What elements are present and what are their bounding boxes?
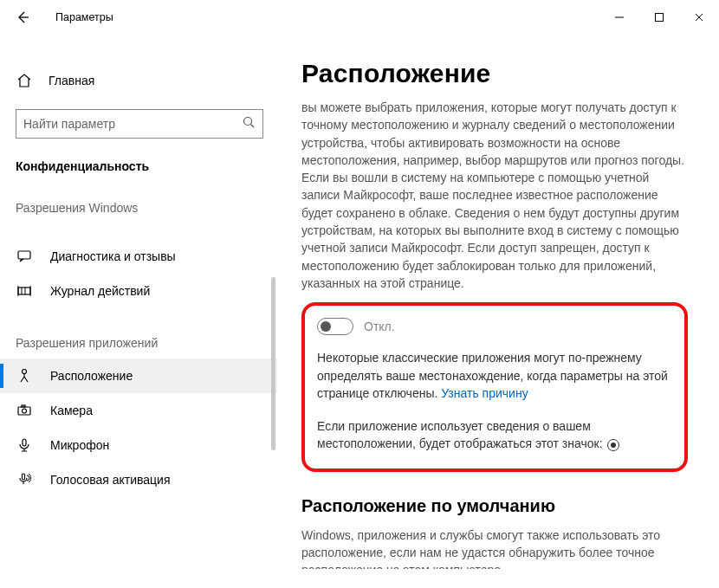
location-toggle[interactable] [317, 318, 353, 335]
category-title: Конфиденциальность [16, 159, 263, 173]
svg-rect-9 [23, 474, 25, 480]
highlight-box: Откл. Некоторые классические приложения … [301, 302, 688, 471]
sidebar: Главная Конфиденциальность Разрешения Wi… [0, 35, 277, 588]
svg-point-1 [244, 118, 252, 126]
location-description: вы можете выбрать приложения, которые мо… [301, 99, 688, 292]
sidebar-item-label: Голосовая активация [50, 473, 171, 487]
close-button[interactable] [679, 3, 719, 31]
sidebar-item-partial-bottom[interactable] [0, 506, 277, 523]
sidebar-home-label: Главная [49, 74, 94, 87]
page-title: Расположение [301, 59, 688, 88]
svg-point-6 [23, 409, 27, 413]
voice-icon [16, 472, 33, 488]
svg-rect-8 [23, 439, 26, 446]
titlebar: Параметры [0, 0, 719, 35]
svg-rect-7 [22, 405, 25, 407]
maximize-button[interactable] [639, 3, 679, 31]
sidebar-item-partial-top[interactable] [0, 223, 277, 239]
camera-icon [16, 403, 33, 418]
sidebar-item-diagnostics[interactable]: Диагностика и отзывы [0, 239, 277, 274]
classic-apps-note: Некоторые классические приложения могут … [317, 349, 672, 402]
location-indicator-note: Если приложение использует сведения о ва… [317, 417, 672, 453]
group-windows-permissions: Разрешения Windows [16, 201, 263, 215]
sidebar-home[interactable]: Главная [0, 64, 277, 97]
group-app-permissions: Разрешения приложений [16, 336, 263, 350]
activity-icon [16, 283, 33, 299]
search-input[interactable] [23, 117, 238, 131]
sidebar-item-label: Камера [50, 404, 93, 417]
sidebar-item-label: Журнал действий [50, 284, 150, 298]
back-button[interactable] [10, 5, 35, 29]
indicator-text: Если приложение использует сведения о ва… [317, 419, 606, 450]
svg-rect-3 [18, 288, 30, 294]
content-pane: Расположение вы можете выбрать приложени… [277, 35, 719, 588]
caption-buttons [599, 3, 719, 31]
window-title: Параметры [55, 11, 113, 23]
search-icon [238, 115, 259, 132]
minimize-button[interactable] [599, 3, 639, 31]
scrollbar-thumb[interactable] [271, 277, 275, 450]
svg-rect-5 [18, 407, 30, 415]
location-indicator-icon [607, 439, 619, 451]
sidebar-item-activity[interactable]: Журнал действий [0, 274, 277, 308]
svg-rect-2 [18, 251, 30, 259]
default-location-title: Расположение по умолчанию [301, 496, 688, 516]
feedback-icon [16, 249, 33, 264]
sidebar-item-label: Диагностика и отзывы [50, 249, 176, 263]
sidebar-item-camera[interactable]: Камера [0, 393, 277, 428]
settings-window: Параметры Главная Конфиденциальность Ра [0, 0, 719, 588]
microphone-icon [16, 437, 33, 453]
sidebar-item-label: Расположение [50, 369, 133, 383]
sidebar-item-label: Микрофон [50, 438, 109, 452]
home-icon [16, 73, 33, 88]
search-box[interactable] [16, 109, 263, 139]
sidebar-item-microphone[interactable]: Микрофон [0, 428, 277, 462]
sidebar-item-location[interactable]: Расположение [0, 359, 277, 393]
learn-why-link[interactable]: Узнать причину [441, 386, 528, 400]
svg-point-4 [23, 370, 27, 374]
sidebar-item-voice[interactable]: Голосовая активация [0, 462, 277, 497]
location-icon [16, 368, 33, 384]
svg-rect-0 [656, 14, 664, 22]
toggle-state-label: Откл. [364, 320, 395, 333]
